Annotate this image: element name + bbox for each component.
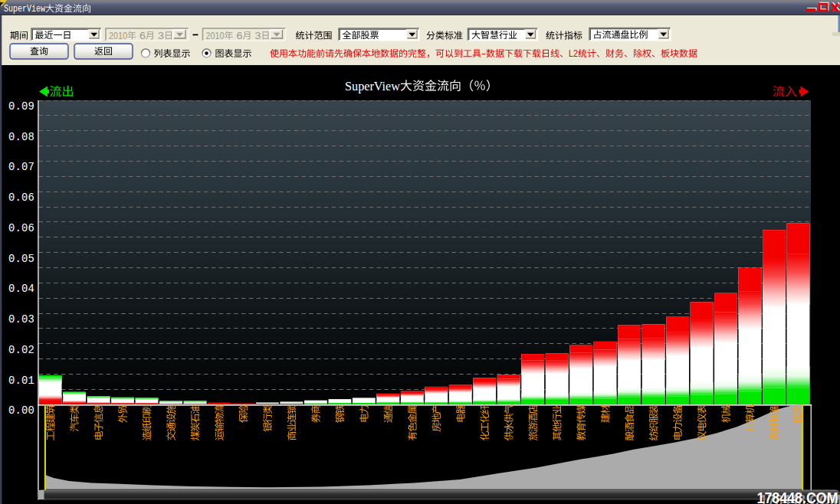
svg-text:2010: 2010 [109,31,127,41]
svg-text:2010: 2010 [206,31,225,41]
svg-text:3: 3 [252,31,261,41]
svg-text:0.08: 0.08 [8,132,34,143]
svg-text:0.00: 0.00 [8,405,34,417]
svg-text:-: - [481,48,486,59]
svg-text:0.04: 0.04 [8,283,34,295]
svg-text:6: 6 [234,31,243,41]
svg-text:0.01: 0.01 [8,375,34,387]
svg-text:0.06: 0.06 [8,223,34,234]
svg-text:0.07: 0.07 [8,162,34,173]
svg-text:0.03: 0.03 [8,314,34,326]
svg-text:SuperView: SuperView [345,80,400,93]
svg-text:6: 6 [136,31,146,41]
svg-text:0.02: 0.02 [8,345,34,356]
svg-text:0.09: 0.09 [8,101,34,113]
svg-text:SuperView: SuperView [4,4,46,15]
svg-text:3: 3 [155,31,164,41]
svg-text:L2: L2 [569,48,578,59]
svg-text:178448.COM: 178448.COM [757,489,838,504]
svg-text:0.05: 0.05 [8,254,34,265]
svg-text:0.06: 0.06 [8,192,34,204]
